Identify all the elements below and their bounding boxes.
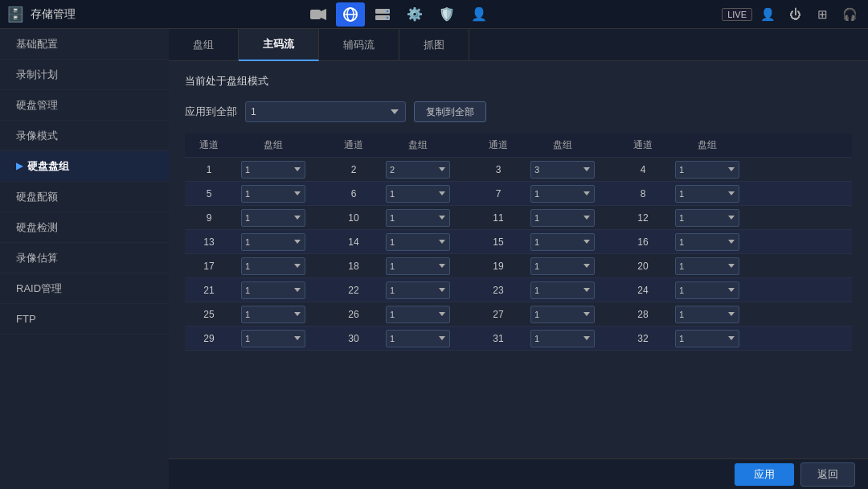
disk-group-select[interactable]: 12345678: [530, 281, 595, 299]
disk-select-wrap: 12345678: [522, 330, 603, 347]
disk-group-select[interactable]: 12345678: [386, 330, 450, 347]
disk-group-select[interactable]: 12345678: [241, 281, 305, 299]
channel-number: 24: [619, 285, 667, 296]
disk-group-select[interactable]: 12345678: [241, 257, 305, 275]
disk-select-wrap: 12345678: [667, 185, 747, 203]
disk-group-select[interactable]: 12345678: [386, 161, 450, 179]
top-bar: 🗄️ 存储管理 ⚙️ 🛡️ 👤 LIVE 👤 ⏻ ⊞ 🎧: [0, 0, 868, 29]
disk-group-select[interactable]: 12345678: [530, 257, 595, 275]
return-button[interactable]: 返回: [800, 462, 855, 487]
disk-select-wrap: 12345678: [522, 209, 603, 227]
channel-number: 9: [185, 212, 233, 224]
header-disk4: 盘组: [667, 138, 747, 152]
table-row-4: 1712345678181234567819123456782012345678: [185, 254, 852, 278]
disk-group-select[interactable]: 12345678: [675, 209, 739, 227]
disk-group-select[interactable]: 12345678: [675, 330, 739, 347]
disk-group-select[interactable]: 12345678: [675, 257, 739, 275]
channel-number: 10: [330, 212, 378, 224]
disk-group-select[interactable]: 12345678: [241, 209, 305, 227]
header-ch4: 通道: [619, 138, 667, 152]
channel-number: 16: [619, 236, 667, 248]
disk-group-select[interactable]: 12345678: [530, 233, 595, 251]
disk-group-select[interactable]: 12345678: [386, 233, 450, 251]
user-icon-btn[interactable]: 👤: [465, 2, 493, 27]
table-row-5: 2112345678221234567823123456782412345678: [185, 278, 852, 302]
sidebar-item-0[interactable]: 基础配置: [0, 29, 169, 60]
sidebar-item-9[interactable]: FTP: [0, 304, 169, 335]
storage-icon: 🗄️: [6, 6, 24, 23]
disk-select-wrap: 12345678: [667, 306, 747, 323]
channel-number: 7: [474, 188, 522, 199]
disk-select-wrap: 12345678: [522, 306, 603, 323]
table-row-6: 2512345678261234567827123456782812345678: [185, 302, 852, 327]
tab-1[interactable]: 主码流: [239, 29, 319, 61]
live-badge: LIVE: [722, 8, 752, 21]
disk-group-select[interactable]: 12345678: [241, 233, 305, 251]
apply-button[interactable]: 应用: [735, 463, 794, 486]
network-icon-btn[interactable]: [336, 2, 365, 27]
disk-group-select[interactable]: 12345678: [675, 281, 739, 299]
sidebar-item-8[interactable]: RAID管理: [0, 273, 169, 304]
settings-icon-btn[interactable]: ⚙️: [400, 2, 429, 27]
disk-group-select[interactable]: 12345678: [241, 330, 305, 347]
svg-rect-0: [310, 10, 321, 19]
disk-group-select[interactable]: 12345678: [386, 281, 450, 299]
disk-group-select[interactable]: 12345678: [386, 185, 450, 203]
channel-number: 22: [330, 285, 378, 296]
sidebar-item-4[interactable]: ▶硬盘盘组: [0, 151, 169, 182]
disk-group-select[interactable]: 12345678: [530, 185, 595, 203]
exit-icon[interactable]: ⏻: [784, 3, 807, 26]
tab-2[interactable]: 辅码流: [319, 29, 399, 61]
disk-select-wrap: 12345678: [667, 161, 747, 179]
table-rows: 1123456782123456783123456784123456785123…: [185, 158, 852, 351]
disk-group-select[interactable]: 12345678: [675, 185, 739, 203]
apply-all-select[interactable]: 1 2: [245, 101, 406, 122]
sidebar-item-5[interactable]: 硬盘配额: [0, 182, 169, 212]
disk-group-select[interactable]: 12345678: [386, 209, 450, 227]
disk-group-select[interactable]: 12345678: [530, 161, 595, 179]
disk-select-wrap: 12345678: [667, 330, 747, 347]
disk-group-select[interactable]: 12345678: [241, 185, 305, 203]
disk-group-select[interactable]: 12345678: [675, 233, 739, 251]
disk-group-select[interactable]: 12345678: [530, 330, 595, 347]
disk-group-select[interactable]: 12345678: [386, 257, 450, 275]
disk-group-select[interactable]: 12345678: [530, 306, 595, 323]
copy-all-button[interactable]: 复制到全部: [414, 101, 486, 122]
grid-icon[interactable]: ⊞: [812, 3, 834, 26]
disk-select-wrap: 12345678: [378, 330, 458, 347]
disk-select-wrap: 12345678: [522, 257, 603, 275]
disk-select-wrap: 12345678: [378, 281, 458, 299]
sidebar: 基础配置录制计划硬盘管理录像模式▶硬盘盘组硬盘配额硬盘检测录像估算RAID管理F…: [0, 29, 169, 489]
profile-icon[interactable]: 👤: [757, 3, 780, 26]
channel-number: 13: [185, 236, 233, 248]
channel-number: 5: [185, 188, 233, 199]
channel-number: 11: [474, 212, 522, 224]
disk-group-select[interactable]: 12345678: [241, 161, 305, 179]
tab-0[interactable]: 盘组: [169, 29, 239, 61]
disk-select-wrap: 12345678: [233, 161, 313, 179]
disk-group-select[interactable]: 12345678: [241, 306, 305, 323]
headset-icon[interactable]: 🎧: [839, 3, 862, 26]
disk-group-select[interactable]: 12345678: [675, 161, 739, 179]
disk-group-select[interactable]: 12345678: [675, 306, 739, 323]
sidebar-item-2[interactable]: 硬盘管理: [0, 90, 169, 121]
disk-group-select[interactable]: 12345678: [530, 209, 595, 227]
header-ch3: 通道: [474, 138, 522, 152]
camera-icon-btn[interactable]: [304, 2, 333, 27]
disk-select-wrap: 12345678: [233, 281, 313, 299]
tab-3[interactable]: 抓图: [399, 29, 469, 61]
storage-icon-btn[interactable]: [368, 2, 397, 27]
sidebar-item-7[interactable]: 录像估算: [0, 243, 169, 273]
shield-icon-btn[interactable]: 🛡️: [432, 2, 461, 27]
channel-number: 8: [619, 188, 667, 199]
channel-number: 6: [330, 188, 378, 199]
bottom-bar: 应用 返回: [169, 458, 868, 489]
sidebar-item-1[interactable]: 录制计划: [0, 60, 169, 90]
disk-group-select[interactable]: 12345678: [386, 306, 450, 323]
sidebar-item-6[interactable]: 硬盘检测: [0, 212, 169, 243]
channel-number: 29: [185, 333, 233, 344]
svg-point-8: [387, 16, 388, 18]
sidebar-item-3[interactable]: 录像模式: [0, 121, 169, 151]
channel-number: 14: [330, 236, 378, 248]
top-bar-center: ⚙️ 🛡️ 👤: [304, 2, 493, 27]
